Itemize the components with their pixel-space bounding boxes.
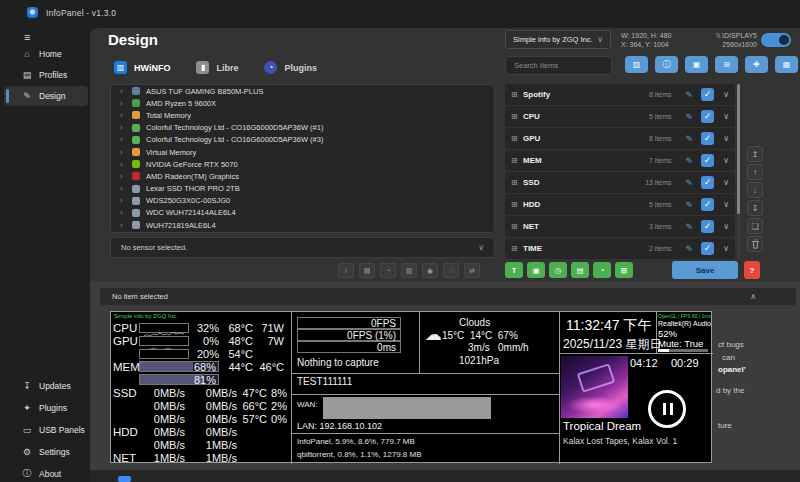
sensor-action-ring[interactable]: ◌ <box>443 263 459 278</box>
move-button[interactable]: ✚ <box>745 56 768 73</box>
sensor-action-chart[interactable]: ▥ <box>401 263 417 278</box>
edit-icon[interactable]: ✎ <box>686 222 694 232</box>
tree-row[interactable]: ›ASUS TUF GAMING B850M-PLUS <box>111 85 494 97</box>
expand-chevron-icon[interactable]: ∨ <box>723 90 729 99</box>
group-row-net[interactable]: ⊞NET3 items✎✓∨ <box>505 216 735 237</box>
group-row-spotify[interactable]: ⊞Spotify8 items✎✓∨ <box>505 84 735 105</box>
panel-preview[interactable]: Simple info by ZGQ Inc. CPU32%68°C71WGPU… <box>110 311 712 463</box>
sensor-action-table[interactable]: ▤ <box>359 263 375 278</box>
tree-row[interactable]: ›Virtual Memory <box>111 146 494 158</box>
move-bottom-button[interactable]: ↧ <box>747 200 763 216</box>
edit-icon[interactable]: ✎ <box>686 244 694 254</box>
expand-chevron-icon[interactable]: › <box>120 221 126 230</box>
edit-icon[interactable]: ✎ <box>686 134 694 144</box>
tree-row[interactable]: ›Total Memory <box>111 109 494 121</box>
group-row-hdd[interactable]: ⊞HDD5 items✎✓∨ <box>505 194 735 215</box>
tree-row[interactable]: ›AMD Ryzen 5 9600X <box>111 97 494 109</box>
sensor-select-dropdown[interactable]: No sensor selected. ∨ <box>110 237 495 258</box>
sensor-action-donut[interactable]: ◉ <box>422 263 438 278</box>
tab-hwinfo[interactable]: ▥HWiNFO <box>114 61 170 74</box>
sidebar-item-plugins[interactable]: ✦Plugins <box>4 397 88 418</box>
expand-chevron-icon[interactable]: ∨ <box>723 156 729 165</box>
sidebar-item-usb-panels[interactable]: ▭USB Panels <box>4 419 88 440</box>
group-row-cpu[interactable]: ⊞CPU5 items✎✓∨ <box>505 106 735 127</box>
tree-row[interactable]: ›AMD Radeon(TM) Graphics <box>111 170 494 182</box>
edit-icon[interactable]: ✎ <box>686 178 694 188</box>
expand-chevron-icon[interactable]: ∨ <box>723 178 729 187</box>
menu-toggle-icon[interactable]: ≡ <box>24 30 40 44</box>
move-down-button[interactable]: ↓ <box>747 182 763 198</box>
sidebar-item-about[interactable]: ⓘAbout <box>4 463 88 482</box>
sidebar-item-design[interactable]: ✎Design <box>4 86 88 106</box>
tree-row[interactable]: ›WUH721819ALE6L4 <box>111 219 494 231</box>
expand-chevron-icon[interactable]: › <box>120 135 126 144</box>
move-top-button[interactable]: ↥ <box>747 146 763 162</box>
expand-chevron-icon[interactable]: › <box>120 148 126 157</box>
visibility-checkbox[interactable]: ✓ <box>701 242 714 255</box>
list-scrollbar[interactable] <box>737 84 740 259</box>
tab-plugins[interactable]: ◔Plugins <box>264 61 317 74</box>
collapse-chevron-icon[interactable]: ∧ <box>750 292 756 301</box>
edit-icon[interactable]: ✎ <box>686 112 694 122</box>
add-gauge-button[interactable]: ◔ <box>593 262 611 278</box>
delete-button[interactable] <box>747 236 763 252</box>
tree-row[interactable]: ›Colorful Technology Ltd - CO16G6000D5AP… <box>111 122 494 134</box>
add-button[interactable]: ⊞ <box>715 56 738 73</box>
selection-status-bar[interactable]: No item selected ∧ <box>100 288 796 305</box>
display-enable-toggle[interactable] <box>761 33 791 47</box>
group-row-ssd[interactable]: ⊞SSD13 items✎✓∨ <box>505 172 735 193</box>
add-grid-button[interactable]: ⊞ <box>615 262 633 278</box>
visibility-checkbox[interactable]: ✓ <box>701 110 714 123</box>
add-table-button[interactable]: ▤ <box>571 262 589 278</box>
edit-icon[interactable]: ✎ <box>686 200 694 210</box>
duplicate-item-button[interactable]: ❏ <box>747 218 763 234</box>
edit-icon[interactable]: ✎ <box>686 156 694 166</box>
visibility-checkbox[interactable]: ✓ <box>701 176 714 189</box>
add-text-button[interactable]: T <box>505 262 523 278</box>
sidebar-item-updates[interactable]: ↧Updates <box>4 375 88 396</box>
info-button[interactable]: ⓘ <box>655 56 678 73</box>
tree-row[interactable]: ›WDC WUH721414ALE6L4 <box>111 207 494 219</box>
sensor-action-swap[interactable]: ⇄ <box>464 263 480 278</box>
visibility-checkbox[interactable]: ✓ <box>701 220 714 233</box>
expand-chevron-icon[interactable]: › <box>120 184 126 193</box>
sensor-action-info[interactable]: i <box>338 263 354 278</box>
add-clock-button[interactable]: ◷ <box>549 262 567 278</box>
appearance-button[interactable]: ▨ <box>625 56 648 73</box>
scrollbar-thumb[interactable] <box>737 84 740 214</box>
save-button[interactable]: Save <box>672 261 738 279</box>
sensor-action-gauge[interactable]: ◔ <box>380 263 396 278</box>
expand-chevron-icon[interactable]: › <box>120 160 126 169</box>
tree-row[interactable]: ›Lexar SSD THOR PRO 2TB <box>111 183 494 195</box>
tab-libre[interactable]: ▮Libre <box>196 61 238 74</box>
sidebar-item-settings[interactable]: ⚙Settings <box>4 441 88 462</box>
help-button[interactable]: ? <box>744 261 760 279</box>
expand-chevron-icon[interactable]: › <box>120 111 126 120</box>
visibility-checkbox[interactable]: ✓ <box>701 198 714 211</box>
expand-chevron-icon[interactable]: ∨ <box>723 112 729 121</box>
visibility-checkbox[interactable]: ✓ <box>701 88 714 101</box>
add-image-button[interactable]: ▣ <box>527 262 545 278</box>
group-row-time[interactable]: ⊞TIME2 items✎✓∨ <box>505 238 735 259</box>
tree-row[interactable]: ›WDS250G3X0C-00SJG0 <box>111 195 494 207</box>
profile-dropdown[interactable]: Simple info by ZGQ Inc. ∨ <box>505 30 611 49</box>
expand-chevron-icon[interactable]: › <box>120 99 126 108</box>
sidebar-item-home[interactable]: ⌂Home <box>4 44 88 64</box>
search-input[interactable]: Search Items <box>505 56 612 75</box>
expand-chevron-icon[interactable]: › <box>120 87 126 96</box>
visibility-checkbox[interactable]: ✓ <box>701 132 714 145</box>
expand-chevron-icon[interactable]: › <box>120 172 126 181</box>
expand-chevron-icon[interactable]: ∨ <box>723 244 729 253</box>
group-row-mem[interactable]: ⊞MEM7 items✎✓∨ <box>505 150 735 171</box>
sidebar-item-profiles[interactable]: ▤Profiles <box>4 65 88 85</box>
move-up-button[interactable]: ↑ <box>747 164 763 180</box>
tree-row[interactable]: ›NVIDIA GeForce RTX 5070 <box>111 158 494 170</box>
tree-row[interactable]: ›Colorful Technology Ltd - CO16G6000D5AP… <box>111 134 494 146</box>
expand-chevron-icon[interactable]: › <box>120 208 126 217</box>
expand-chevron-icon[interactable]: › <box>120 123 126 132</box>
grid-button[interactable]: ▦ <box>775 56 798 73</box>
expand-chevron-icon[interactable]: ∨ <box>723 134 729 143</box>
visibility-checkbox[interactable]: ✓ <box>701 154 714 167</box>
duplicate-button[interactable]: ▣ <box>685 56 708 73</box>
expand-chevron-icon[interactable]: ∨ <box>723 222 729 231</box>
